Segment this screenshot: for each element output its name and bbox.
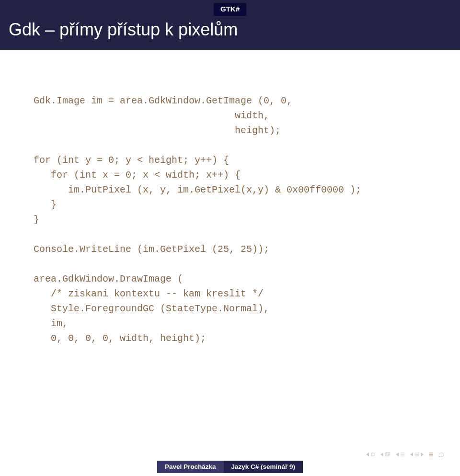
- code-line: Gdk.Image im = area.GdkWindow.GetImage (…: [34, 95, 292, 106]
- svg-marker-5: [396, 453, 399, 456]
- section-tab: GTK#: [214, 3, 246, 16]
- code-line: /* ziskani kontextu -- kam kreslit */: [34, 288, 264, 299]
- footer-talk: Jazyk C# (seminář 9): [224, 461, 303, 473]
- code-line: area.GdkWindow.DrawImage (: [34, 273, 183, 284]
- nav-prev-line-icon[interactable]: [395, 452, 405, 457]
- code-line: for (int x = 0; x < width; x++) {: [34, 170, 241, 181]
- code-line: }: [34, 214, 39, 225]
- svg-marker-13: [421, 453, 424, 456]
- nav-prev-icon[interactable]: [380, 452, 391, 457]
- nav-first-icon[interactable]: [365, 452, 375, 457]
- code-line: Style.ForegroundGC (StateType.Normal),: [34, 303, 269, 314]
- svg-marker-9: [410, 453, 413, 456]
- code-line: im,: [34, 318, 68, 329]
- svg-marker-0: [366, 453, 369, 456]
- code-block: Gdk.Image im = area.GdkWindow.GetImage (…: [0, 50, 460, 346]
- slide-title: Gdk – přímy přístup k pixelům: [9, 20, 451, 40]
- code-line: height);: [34, 125, 281, 136]
- nav-cycle-icon[interactable]: [438, 452, 445, 457]
- code-line: width,: [34, 110, 269, 121]
- nav-summary-icon[interactable]: [429, 452, 434, 457]
- footer-author: Pavel Procházka: [157, 461, 224, 473]
- svg-rect-1: [371, 453, 374, 456]
- code-line: Console.WriteLine (im.GetPixel (25, 25))…: [34, 244, 269, 255]
- nav-next-line-icon[interactable]: [409, 452, 425, 457]
- svg-marker-2: [380, 453, 383, 456]
- code-line: for (int y = 0; y < height; y++) {: [34, 155, 229, 166]
- code-line: im.PutPixel (x, y, im.GetPixel(x,y) & 0x…: [34, 184, 361, 195]
- slide-header: GTK# Gdk – přímy přístup k pixelům: [0, 0, 460, 50]
- code-line: }: [34, 199, 57, 210]
- nav-icon-row: [0, 452, 460, 461]
- svg-rect-4: [386, 452, 390, 455]
- code-line: 0, 0, 0, 0, width, height);: [34, 333, 206, 344]
- slide-footer: Pavel ProcházkaJazyk C# (seminář 9): [0, 450, 460, 476]
- svg-rect-3: [385, 453, 389, 456]
